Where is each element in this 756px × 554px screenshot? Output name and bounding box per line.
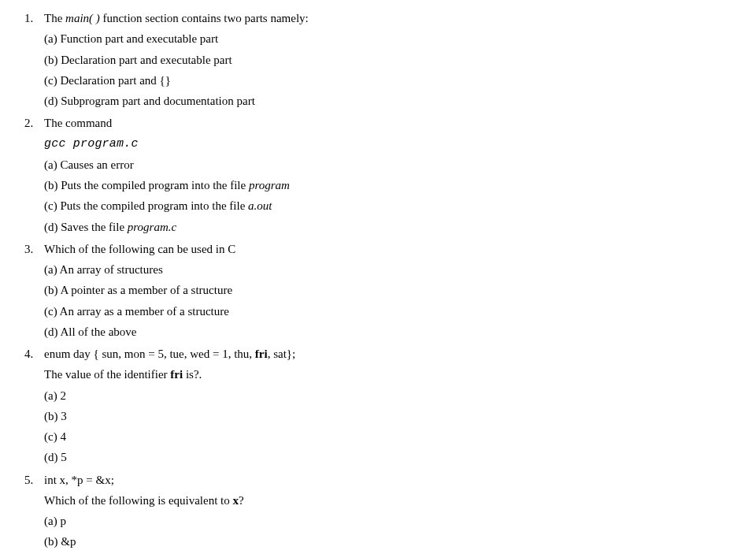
q2-b-it: program bbox=[249, 179, 290, 191]
q2-c-it: a.out bbox=[248, 199, 272, 212]
q5-options: (a) p (b) &p (c) *&x (d) &*p bbox=[44, 511, 740, 554]
q2-option-d: (d) Saves the file program.c bbox=[44, 217, 740, 237]
q3-option-d: (d) All of the above bbox=[44, 322, 740, 342]
q1-option-d: (d) Subprogram part and documentation pa… bbox=[44, 91, 740, 111]
q1-stem: The main( ) function section contains tw… bbox=[44, 12, 309, 24]
q4-line2-pre: The value of the identifier bbox=[44, 368, 170, 381]
q3-options: (a) An array of structures (b) A pointer… bbox=[44, 259, 740, 342]
q4-stem-pre: enum day { sun, mon = 5, tue, wed = 1, t… bbox=[44, 348, 255, 360]
q4-option-c: (c) 4 bbox=[44, 426, 740, 447]
q2-d-pre: (d) Saves the file bbox=[44, 221, 128, 233]
q4-options: (a) 2 (b) 3 (c) 4 (d) 5 bbox=[44, 385, 740, 468]
q2-d-it: program.c bbox=[128, 221, 176, 233]
question-3: Which of the following can be used in C … bbox=[36, 239, 740, 342]
q5-line2-post: ? bbox=[239, 494, 244, 507]
q4-stem-bold: fri bbox=[255, 348, 268, 360]
question-5: int x, *p = &x; Which of the following i… bbox=[36, 470, 740, 555]
q4-line2-bold: fri bbox=[170, 368, 183, 381]
q5-option-b: (b) &p bbox=[44, 531, 740, 552]
question-2: The command gcc program.c (a) Causes an … bbox=[36, 113, 740, 237]
q3-option-a: (a) An array of structures bbox=[44, 259, 740, 280]
q4-line2: The value of the identifier fri is?. bbox=[44, 364, 740, 385]
q4-option-d: (d) 5 bbox=[44, 447, 740, 467]
q4-stem: enum day { sun, mon = 5, tue, wed = 1, t… bbox=[44, 348, 295, 360]
q2-option-c: (c) Puts the compiled program into the f… bbox=[44, 195, 740, 216]
q2-b-pre: (b) Puts the compiled program into the f… bbox=[44, 179, 249, 191]
q5-line2-bold: x bbox=[233, 494, 239, 507]
q2-c-pre: (c) Puts the compiled program into the f… bbox=[44, 199, 248, 212]
question-4: enum day { sun, mon = 5, tue, wed = 1, t… bbox=[36, 344, 740, 468]
q1-stem-post: function section contains two parts name… bbox=[100, 12, 309, 24]
q5-option-a: (a) p bbox=[44, 511, 740, 531]
q5-line2-pre: Which of the following is equivalent to bbox=[44, 494, 233, 507]
q3-option-b: (b) A pointer as a member of a structure bbox=[44, 280, 740, 300]
q3-stem: Which of the following can be used in C bbox=[44, 243, 235, 255]
q1-option-b: (b) Declaration part and executable part bbox=[44, 50, 740, 70]
q5-stem: int x, *p = &x; bbox=[44, 474, 114, 486]
q4-option-a: (a) 2 bbox=[44, 385, 740, 406]
q4-option-b: (b) 3 bbox=[44, 406, 740, 426]
q2-stem: The command bbox=[44, 117, 112, 129]
q5-line2: Which of the following is equivalent to … bbox=[44, 490, 740, 511]
q2-option-b: (b) Puts the compiled program into the f… bbox=[44, 175, 740, 195]
q2-options: (a) Causes an error (b) Puts the compile… bbox=[44, 154, 740, 237]
question-1: The main( ) function section contains tw… bbox=[36, 8, 740, 111]
q1-options: (a) Function part and executable part (b… bbox=[44, 28, 740, 111]
q1-option-c: (c) Declaration part and {} bbox=[44, 70, 740, 91]
q1-stem-pre: The bbox=[44, 12, 65, 24]
q2-code: gcc program.c bbox=[44, 134, 740, 154]
q1-option-a: (a) Function part and executable part bbox=[44, 28, 740, 49]
question-list: The main( ) function section contains tw… bbox=[16, 8, 740, 554]
q1-stem-main: main( ) bbox=[65, 12, 100, 24]
q4-line2-post: is?. bbox=[183, 368, 202, 381]
q2-option-a: (a) Causes an error bbox=[44, 154, 740, 175]
q3-option-c: (c) An array as a member of a structure bbox=[44, 301, 740, 322]
q4-stem-post: , sat}; bbox=[268, 348, 296, 360]
